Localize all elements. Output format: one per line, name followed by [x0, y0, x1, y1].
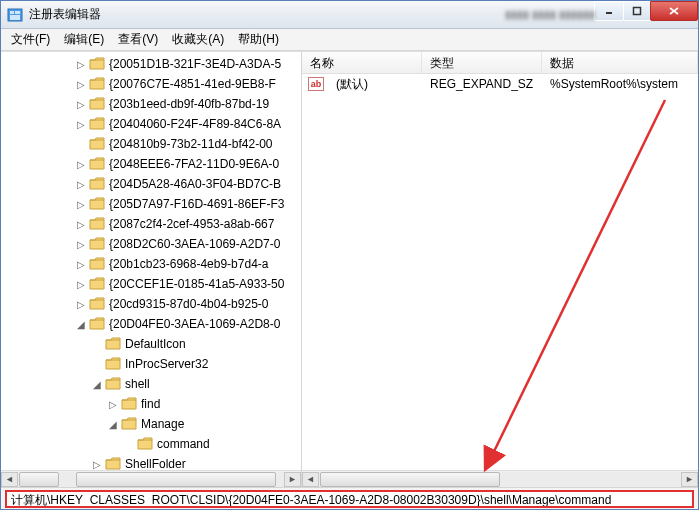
expander-closed-icon[interactable]: ▷ — [75, 258, 87, 270]
list-row[interactable]: ab (默认) REG_EXPAND_SZ %SystemRoot%\syste… — [302, 74, 698, 94]
close-icon — [668, 6, 680, 16]
expander-closed-icon[interactable]: ▷ — [75, 218, 87, 230]
expander-open-icon[interactable]: ◢ — [91, 378, 103, 390]
expander-closed-icon[interactable]: ▷ — [75, 118, 87, 130]
folder-icon — [89, 197, 105, 211]
folder-icon — [105, 377, 121, 391]
tree-label: InProcServer32 — [125, 357, 208, 371]
titlebar-blur: ▮▮▮▮ ▮▮▮▮ ▮▮▮▮▮▮ — [505, 8, 595, 21]
menu-file[interactable]: 文件(F) — [5, 29, 56, 50]
menu-view[interactable]: 查看(V) — [112, 29, 164, 50]
scroll-right-button[interactable]: ► — [284, 472, 301, 487]
tree-label: Manage — [141, 417, 184, 431]
expander-closed-icon[interactable]: ▷ — [75, 198, 87, 210]
col-name[interactable]: 名称 — [302, 52, 422, 73]
folder-icon — [137, 437, 153, 451]
folder-icon — [105, 457, 121, 470]
list-header: 名称 类型 数据 — [302, 52, 698, 74]
scroll-thumb-left[interactable] — [19, 472, 59, 487]
menu-edit[interactable]: 编辑(E) — [58, 29, 110, 50]
expander-open-icon[interactable]: ◢ — [75, 318, 87, 330]
scroll-track[interactable] — [18, 472, 284, 487]
tree-label: {2087c2f4-2cef-4953-a8ab-667 — [109, 217, 274, 231]
tree-label: {20b1cb23-6968-4eb9-b7d4-a — [109, 257, 268, 271]
svg-rect-5 — [634, 7, 641, 14]
menu-help[interactable]: 帮助(H) — [232, 29, 285, 50]
scroll-left-button[interactable]: ◄ — [302, 472, 319, 487]
tree-item[interactable]: ◢shell — [1, 374, 301, 394]
tree-view[interactable]: ▷{20051D1B-321F-3E4D-A3DA-5▷{20076C7E-48… — [1, 52, 301, 470]
tree-item[interactable]: ▷ShellFolder — [1, 454, 301, 470]
folder-icon — [89, 217, 105, 231]
expander-closed-icon[interactable]: ▷ — [75, 178, 87, 190]
scroll-right-button[interactable]: ► — [681, 472, 698, 487]
content-area: ▷{20051D1B-321F-3E4D-A3DA-5▷{20076C7E-48… — [1, 51, 698, 487]
tree-item[interactable]: ◢Manage — [1, 414, 301, 434]
maximize-button[interactable] — [623, 1, 651, 21]
tree-item[interactable]: ▷{204D5A28-46A0-3F04-BD7C-B — [1, 174, 301, 194]
app-icon — [7, 7, 23, 23]
tree-item[interactable]: ▷find — [1, 394, 301, 414]
tree-label: {20cd9315-87d0-4b04-b925-0 — [109, 297, 268, 311]
list-hscrollbar[interactable]: ◄ ► — [302, 470, 698, 487]
tree-item[interactable]: ▷{20051D1B-321F-3E4D-A3DA-5 — [1, 54, 301, 74]
titlebar[interactable]: 注册表编辑器 ▮▮▮▮ ▮▮▮▮ ▮▮▮▮▮▮ — [1, 1, 698, 29]
close-button[interactable] — [650, 1, 698, 21]
tree-item[interactable]: ▷{20cd9315-87d0-4b04-b925-0 — [1, 294, 301, 314]
menu-favorites[interactable]: 收藏夹(A) — [166, 29, 230, 50]
scroll-left-button[interactable]: ◄ — [1, 472, 18, 487]
scroll-track[interactable] — [319, 472, 681, 487]
tree-item[interactable]: ▷{20CCEF1E-0185-41a5-A933-50 — [1, 274, 301, 294]
status-path: 计算机\HKEY_CLASSES_ROOT\CLSID\{20D04FE0-3A… — [5, 490, 694, 508]
expander-closed-icon[interactable]: ▷ — [75, 58, 87, 70]
menubar: 文件(F) 编辑(E) 查看(V) 收藏夹(A) 帮助(H) — [1, 29, 698, 51]
folder-icon — [89, 257, 105, 271]
tree-item[interactable]: InProcServer32 — [1, 354, 301, 374]
list-view[interactable]: ab (默认) REG_EXPAND_SZ %SystemRoot%\syste… — [302, 74, 698, 470]
tree-label: DefaultIcon — [125, 337, 186, 351]
tree-label: {205D7A97-F16D-4691-86EF-F3 — [109, 197, 284, 211]
tree-hscrollbar[interactable]: ◄ ► — [1, 470, 301, 487]
tree-label: {204D5A28-46A0-3F04-BD7C-B — [109, 177, 281, 191]
folder-icon — [89, 117, 105, 131]
window-title: 注册表编辑器 — [29, 6, 497, 23]
cell-data: %SystemRoot%\system — [542, 77, 698, 91]
scroll-thumb[interactable] — [76, 472, 276, 487]
tree-label: ShellFolder — [125, 457, 186, 470]
tree-item[interactable]: ▷{203b1eed-db9f-40fb-87bd-19 — [1, 94, 301, 114]
folder-icon — [121, 397, 137, 411]
tree-item[interactable]: ▷{2087c2f4-2cef-4953-a8ab-667 — [1, 214, 301, 234]
expander-closed-icon[interactable]: ▷ — [91, 458, 103, 470]
expander-closed-icon[interactable]: ▷ — [75, 78, 87, 90]
tree-label: {208D2C60-3AEA-1069-A2D7-0 — [109, 237, 280, 251]
expander-closed-icon[interactable]: ▷ — [75, 278, 87, 290]
tree-item[interactable]: ▷{20404060-F24F-4F89-84C6-8A — [1, 114, 301, 134]
minimize-button[interactable] — [594, 1, 624, 21]
folder-icon — [105, 357, 121, 371]
reg-string-icon: ab — [308, 77, 324, 91]
expander-open-icon[interactable]: ◢ — [107, 418, 119, 430]
tree-item[interactable]: command — [1, 434, 301, 454]
tree-item[interactable]: ▷{205D7A97-F16D-4691-86EF-F3 — [1, 194, 301, 214]
scroll-thumb[interactable] — [320, 472, 500, 487]
expander-closed-icon[interactable]: ▷ — [75, 238, 87, 250]
col-type[interactable]: 类型 — [422, 52, 542, 73]
tree-label: {20D04FE0-3AEA-1069-A2D8-0 — [109, 317, 280, 331]
tree-item[interactable]: ▷{20076C7E-4851-41ed-9EB8-F — [1, 74, 301, 94]
expander-closed-icon[interactable]: ▷ — [75, 98, 87, 110]
cell-name: (默认) — [328, 76, 422, 93]
col-data[interactable]: 数据 — [542, 52, 698, 73]
tree-item[interactable]: ▷{208D2C60-3AEA-1069-A2D7-0 — [1, 234, 301, 254]
tree-item[interactable]: ◢{20D04FE0-3AEA-1069-A2D8-0 — [1, 314, 301, 334]
expander-closed-icon[interactable]: ▷ — [75, 158, 87, 170]
maximize-icon — [632, 6, 642, 16]
folder-icon — [89, 177, 105, 191]
tree-item[interactable]: {204810b9-73b2-11d4-bf42-00 — [1, 134, 301, 154]
svg-rect-3 — [10, 15, 20, 20]
tree-item[interactable]: ▷{2048EEE6-7FA2-11D0-9E6A-0 — [1, 154, 301, 174]
tree-item[interactable]: ▷{20b1cb23-6968-4eb9-b7d4-a — [1, 254, 301, 274]
folder-icon — [105, 337, 121, 351]
expander-closed-icon[interactable]: ▷ — [107, 398, 119, 410]
tree-item[interactable]: DefaultIcon — [1, 334, 301, 354]
expander-closed-icon[interactable]: ▷ — [75, 298, 87, 310]
